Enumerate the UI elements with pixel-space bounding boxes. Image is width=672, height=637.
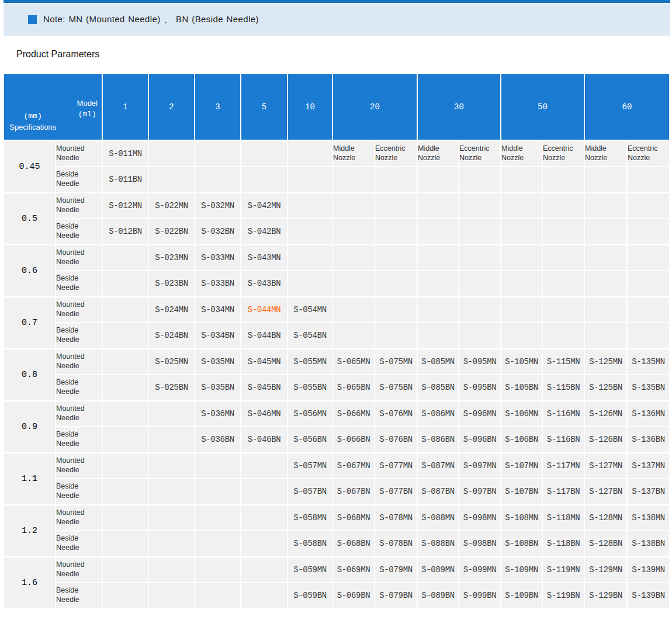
model-code-cell: S-046BN: [241, 427, 287, 453]
model-code-cell: S-075MN: [375, 349, 417, 375]
volume-header-60: 60: [584, 74, 670, 141]
model-code-cell: [102, 557, 148, 583]
model-code-cell: S-138MN: [627, 505, 670, 531]
model-code-cell: [287, 193, 332, 219]
model-code-cell: S-136MN: [627, 401, 670, 427]
beside-needle-label: Beside Needle: [56, 531, 102, 557]
model-code-cell: [501, 193, 542, 219]
model-code-cell: S-095BN: [459, 375, 501, 401]
model-code-cell: S-097BN: [459, 479, 501, 505]
nozzle-subheader: Eccentric Nozzle: [459, 141, 501, 167]
model-code-cell: [542, 219, 584, 245]
mounted-needle-label: Mounted Needle: [56, 141, 102, 167]
model-code-cell: [102, 297, 148, 323]
nozzle-subheader: Eccentric Nozzle: [627, 141, 670, 167]
model-code-cell: S-035BN: [195, 375, 241, 401]
beside-needle-label: Beside Needle: [56, 323, 102, 349]
table-row: 1.2Mounted NeedleS-058MNS-068MNS-078MNS-…: [4, 505, 670, 531]
model-code-cell: S-135MN: [627, 349, 670, 375]
model-code-cell: S-137BN: [627, 479, 670, 505]
model-code-cell: [195, 453, 241, 479]
model-code-cell: S-085MN: [417, 349, 459, 375]
model-code-cell: S-023MN: [148, 245, 195, 271]
table-row: Beside NeedleS-011BN: [4, 167, 670, 193]
model-code-cell: S-107MN: [501, 453, 542, 479]
spec-value: 1.6: [4, 557, 56, 609]
model-code-cell: S-086MN: [417, 401, 459, 427]
model-code-cell: S-078BN: [375, 531, 417, 557]
model-code-cell: [148, 141, 195, 167]
model-code-cell: S-024MN: [148, 297, 195, 323]
model-code-cell: S-056MN: [287, 401, 332, 427]
model-code-cell: S-076MN: [375, 401, 417, 427]
model-code-cell: S-011BN: [102, 167, 148, 193]
spec-value: 0.5: [4, 193, 56, 245]
model-code-cell: S-118MN: [542, 505, 584, 531]
model-code-cell: S-107BN: [501, 479, 542, 505]
volume-header-2: 2: [148, 74, 195, 141]
table-row: 1.6Mounted NeedleS-059MNS-069MNS-079MNS-…: [4, 557, 670, 583]
model-code-cell: [332, 323, 375, 349]
model-code-cell: [241, 531, 287, 557]
model-code-cell: S-032MN: [195, 193, 241, 219]
beside-needle-label: Beside Needle: [56, 479, 102, 505]
model-code-cell: S-129BN: [584, 583, 627, 608]
model-code-cell: [501, 297, 542, 323]
model-code-cell: [627, 167, 670, 193]
model-code-cell: [501, 323, 542, 349]
model-code-cell: [501, 167, 542, 193]
model-code-cell: S-108BN: [501, 531, 542, 557]
model-code-cell: [102, 531, 148, 557]
model-code-cell: [148, 531, 195, 557]
model-code-cell: [417, 297, 459, 323]
model-code-cell: [195, 531, 241, 557]
model-code-cell: S-044BN: [241, 323, 287, 349]
model-code-cell: S-106BN: [501, 427, 542, 453]
model-code-cell: [584, 219, 627, 245]
mounted-needle-label: Mounted Needle: [56, 505, 102, 531]
model-code-cell: [332, 271, 375, 297]
model-code-cell: [332, 193, 375, 219]
mounted-needle-label: Mounted Needle: [56, 401, 102, 427]
model-code-cell: [375, 245, 417, 271]
model-code-cell: [627, 219, 670, 245]
model-code-cell: S-043MN: [241, 245, 287, 271]
model-code-cell: S-022BN: [148, 219, 195, 245]
model-code-cell: S-066BN: [332, 427, 375, 453]
model-code-cell: S-034MN: [195, 297, 241, 323]
model-label: Model: [77, 98, 98, 109]
model-code-cell: S-065MN: [332, 349, 375, 375]
model-code-cell: S-024BN: [148, 323, 195, 349]
spec-value: 0.45: [4, 141, 56, 193]
model-code-cell: [375, 193, 417, 219]
model-code-cell: [287, 219, 332, 245]
model-code-cell: [417, 219, 459, 245]
model-code-cell: S-058MN: [287, 505, 332, 531]
model-code-cell: S-065BN: [332, 375, 375, 401]
model-code-cell: S-089MN: [417, 557, 459, 583]
spec-label: Specifications: [9, 122, 56, 133]
model-code-cell: [148, 401, 195, 427]
model-code-cell: [195, 141, 241, 167]
model-code-cell: S-059BN: [287, 583, 332, 608]
volume-header-10: 10: [287, 74, 332, 141]
model-code-cell: S-033BN: [195, 271, 241, 297]
model-code-cell: S-128MN: [584, 505, 627, 531]
table-row: 0.8Mounted NeedleS-025MNS-035MNS-045MNS-…: [4, 349, 670, 375]
model-code-cell: S-125MN: [584, 349, 627, 375]
model-code-cell: S-032BN: [195, 219, 241, 245]
specifications-header: (mm) Specifications: [9, 111, 56, 133]
model-code-cell: [241, 479, 287, 505]
model-code-cell: S-036BN: [195, 427, 241, 453]
model-code-cell: [375, 219, 417, 245]
model-code-cell: [542, 271, 584, 297]
model-code-cell: S-012MN: [102, 193, 148, 219]
note-bullet-icon: [28, 15, 37, 24]
model-code-cell: [241, 505, 287, 531]
model-code-cell: [241, 557, 287, 583]
model-code-cell: S-054BN: [287, 323, 332, 349]
model-code-cell: [332, 297, 375, 323]
model-code-cell: S-057MN: [287, 453, 332, 479]
model-code-cell: [195, 557, 241, 583]
model-code-cell: [195, 479, 241, 505]
